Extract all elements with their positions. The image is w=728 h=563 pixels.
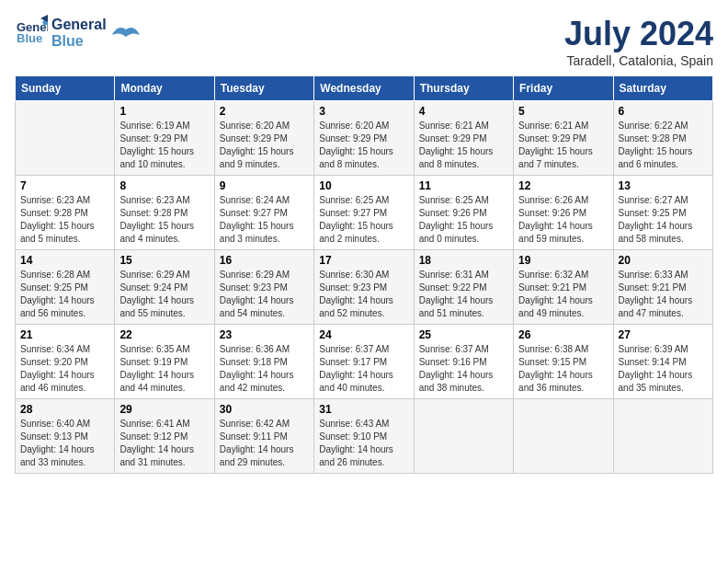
location-subtitle: Taradell, Catalonia, Spain	[564, 53, 713, 68]
day-number: 15	[119, 254, 209, 267]
day-info: Sunrise: 6:34 AMSunset: 9:20 PMDaylight:…	[20, 343, 109, 395]
day-info: Sunrise: 6:22 AMSunset: 9:28 PMDaylight:…	[619, 120, 708, 171]
day-number: 21	[20, 328, 109, 341]
calendar-cell: 5Sunrise: 6:21 AMSunset: 9:29 PMDaylight…	[514, 101, 613, 176]
day-info: Sunrise: 6:32 AMSunset: 9:21 PMDaylight:…	[518, 269, 608, 320]
calendar-body: 1Sunrise: 6:19 AMSunset: 9:29 PMDaylight…	[16, 101, 713, 474]
day-info: Sunrise: 6:29 AMSunset: 9:23 PMDaylight:…	[220, 269, 309, 320]
calendar-week-row: 1Sunrise: 6:19 AMSunset: 9:29 PMDaylight…	[16, 101, 713, 176]
day-header-wednesday: Wednesday	[314, 76, 414, 101]
calendar-week-row: 28Sunrise: 6:40 AMSunset: 9:13 PMDayligh…	[16, 399, 713, 474]
calendar-cell: 28Sunrise: 6:40 AMSunset: 9:13 PMDayligh…	[16, 399, 115, 474]
calendar-cell: 11Sunrise: 6:25 AMSunset: 9:26 PMDayligh…	[414, 176, 513, 250]
day-number: 26	[518, 328, 608, 341]
day-header-monday: Monday	[115, 76, 214, 101]
day-info: Sunrise: 6:40 AMSunset: 9:13 PMDaylight:…	[20, 418, 109, 469]
day-info: Sunrise: 6:21 AMSunset: 9:29 PMDaylight:…	[518, 120, 608, 171]
day-info: Sunrise: 6:29 AMSunset: 9:24 PMDaylight:…	[119, 269, 209, 320]
calendar-cell: 13Sunrise: 6:27 AMSunset: 9:25 PMDayligh…	[613, 176, 712, 250]
day-number: 11	[419, 179, 508, 192]
day-info: Sunrise: 6:35 AMSunset: 9:19 PMDaylight:…	[119, 343, 209, 395]
day-info: Sunrise: 6:31 AMSunset: 9:22 PMDaylight:…	[419, 269, 508, 320]
calendar-cell: 6Sunrise: 6:22 AMSunset: 9:28 PMDaylight…	[613, 101, 712, 176]
day-number: 12	[518, 179, 608, 192]
day-info: Sunrise: 6:30 AMSunset: 9:23 PMDaylight:…	[319, 269, 408, 320]
day-info: Sunrise: 6:20 AMSunset: 9:29 PMDaylight:…	[220, 120, 309, 171]
calendar-cell: 24Sunrise: 6:37 AMSunset: 9:17 PMDayligh…	[314, 325, 414, 399]
day-info: Sunrise: 6:23 AMSunset: 9:28 PMDaylight:…	[119, 194, 209, 246]
day-header-thursday: Thursday	[414, 76, 513, 101]
calendar-cell: 30Sunrise: 6:42 AMSunset: 9:11 PMDayligh…	[214, 399, 313, 474]
day-number: 20	[619, 254, 708, 267]
day-number: 27	[619, 328, 708, 341]
day-number: 24	[319, 328, 408, 341]
day-number: 23	[220, 328, 309, 341]
day-info: Sunrise: 6:41 AMSunset: 9:12 PMDaylight:…	[119, 418, 209, 469]
calendar-cell: 1Sunrise: 6:19 AMSunset: 9:29 PMDaylight…	[115, 101, 214, 176]
day-info: Sunrise: 6:42 AMSunset: 9:11 PMDaylight:…	[220, 418, 309, 469]
calendar-cell	[514, 399, 613, 474]
calendar-cell	[16, 101, 115, 176]
day-info: Sunrise: 6:21 AMSunset: 9:29 PMDaylight:…	[419, 120, 508, 171]
day-number: 10	[319, 179, 408, 192]
day-info: Sunrise: 6:25 AMSunset: 9:27 PMDaylight:…	[319, 194, 408, 246]
day-number: 18	[419, 254, 508, 267]
day-number: 29	[119, 403, 209, 416]
calendar-week-row: 21Sunrise: 6:34 AMSunset: 9:20 PMDayligh…	[16, 325, 713, 399]
calendar-cell: 12Sunrise: 6:26 AMSunset: 9:26 PMDayligh…	[514, 176, 613, 250]
day-info: Sunrise: 6:27 AMSunset: 9:25 PMDaylight:…	[619, 194, 708, 246]
calendar-cell: 14Sunrise: 6:28 AMSunset: 9:25 PMDayligh…	[16, 250, 115, 325]
logo: General Blue General Blue	[15, 15, 140, 52]
logo-line2: Blue	[51, 33, 107, 50]
day-info: Sunrise: 6:37 AMSunset: 9:16 PMDaylight:…	[419, 343, 508, 395]
title-block: July 2024 Taradell, Catalonia, Spain	[564, 15, 713, 68]
calendar-cell: 3Sunrise: 6:20 AMSunset: 9:29 PMDaylight…	[314, 101, 414, 176]
calendar-cell: 15Sunrise: 6:29 AMSunset: 9:24 PMDayligh…	[115, 250, 214, 325]
bird-icon	[112, 22, 140, 44]
calendar-cell	[613, 399, 712, 474]
day-info: Sunrise: 6:23 AMSunset: 9:28 PMDaylight:…	[20, 194, 109, 246]
calendar-week-row: 7Sunrise: 6:23 AMSunset: 9:28 PMDaylight…	[16, 176, 713, 250]
calendar-header-row: SundayMondayTuesdayWednesdayThursdayFrid…	[16, 76, 713, 101]
calendar-cell: 21Sunrise: 6:34 AMSunset: 9:20 PMDayligh…	[16, 325, 115, 399]
day-number: 13	[619, 179, 708, 192]
day-number: 1	[119, 105, 209, 118]
svg-text:Blue: Blue	[17, 31, 42, 45]
day-info: Sunrise: 6:36 AMSunset: 9:18 PMDaylight:…	[220, 343, 309, 395]
day-number: 17	[319, 254, 408, 267]
day-number: 2	[220, 105, 309, 118]
calendar-cell: 22Sunrise: 6:35 AMSunset: 9:19 PMDayligh…	[115, 325, 214, 399]
day-info: Sunrise: 6:19 AMSunset: 9:29 PMDaylight:…	[119, 120, 209, 171]
day-header-tuesday: Tuesday	[214, 76, 313, 101]
calendar-cell: 8Sunrise: 6:23 AMSunset: 9:28 PMDaylight…	[115, 176, 214, 250]
day-info: Sunrise: 6:20 AMSunset: 9:29 PMDaylight:…	[319, 120, 408, 171]
day-header-friday: Friday	[514, 76, 613, 101]
day-info: Sunrise: 6:39 AMSunset: 9:14 PMDaylight:…	[619, 343, 708, 395]
day-info: Sunrise: 6:24 AMSunset: 9:27 PMDaylight:…	[220, 194, 309, 246]
calendar-cell: 19Sunrise: 6:32 AMSunset: 9:21 PMDayligh…	[514, 250, 613, 325]
day-info: Sunrise: 6:26 AMSunset: 9:26 PMDaylight:…	[518, 194, 608, 246]
calendar-cell: 2Sunrise: 6:20 AMSunset: 9:29 PMDaylight…	[214, 101, 313, 176]
logo-icon: General Blue	[15, 15, 48, 48]
day-number: 28	[20, 403, 109, 416]
calendar-cell: 7Sunrise: 6:23 AMSunset: 9:28 PMDaylight…	[16, 176, 115, 250]
calendar-cell: 10Sunrise: 6:25 AMSunset: 9:27 PMDayligh…	[314, 176, 414, 250]
page-header: General Blue General Blue July 2024 Tara…	[15, 15, 713, 68]
day-number: 19	[518, 254, 608, 267]
calendar-cell: 18Sunrise: 6:31 AMSunset: 9:22 PMDayligh…	[414, 250, 513, 325]
day-number: 30	[220, 403, 309, 416]
day-number: 8	[119, 179, 209, 192]
day-number: 4	[419, 105, 508, 118]
calendar-week-row: 14Sunrise: 6:28 AMSunset: 9:25 PMDayligh…	[16, 250, 713, 325]
day-number: 5	[518, 105, 608, 118]
day-number: 7	[20, 179, 109, 192]
calendar-cell: 20Sunrise: 6:33 AMSunset: 9:21 PMDayligh…	[613, 250, 712, 325]
calendar-cell: 4Sunrise: 6:21 AMSunset: 9:29 PMDaylight…	[414, 101, 513, 176]
calendar-cell: 9Sunrise: 6:24 AMSunset: 9:27 PMDaylight…	[214, 176, 313, 250]
month-title: July 2024	[564, 15, 713, 53]
day-number: 3	[319, 105, 408, 118]
day-info: Sunrise: 6:28 AMSunset: 9:25 PMDaylight:…	[20, 269, 109, 320]
day-number: 25	[419, 328, 508, 341]
calendar-cell: 25Sunrise: 6:37 AMSunset: 9:16 PMDayligh…	[414, 325, 513, 399]
day-number: 22	[119, 328, 209, 341]
